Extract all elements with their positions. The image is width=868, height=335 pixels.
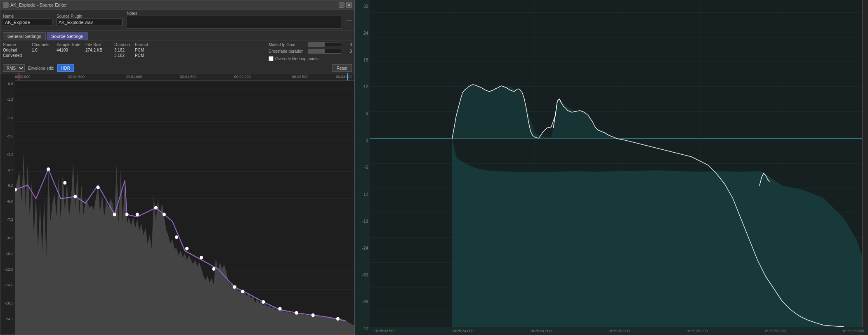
loudness-chart-panel: 30 24 18 12 6 0 -6 -12 -18 -24 -30 -36 -… (355, 0, 868, 335)
converted-duration: 3.182 (114, 53, 135, 58)
rms-select[interactable]: RMS (3, 64, 25, 72)
original-format: PCM (135, 47, 156, 53)
title-bar-buttons: ? ✕ (339, 2, 352, 8)
chart-y-neg30: -30 (355, 273, 370, 277)
time-5: 00:02.500 (292, 75, 308, 79)
header-source: Source (3, 42, 32, 47)
svg-point-30 (241, 290, 244, 293)
envelope-row: RMS Envelope edit: HDR Reset (0, 63, 354, 73)
crossfade-slider[interactable] (308, 49, 341, 54)
waveform-main[interactable]: 00:00.000 00:00.500 00:01.000 00:01.500 … (15, 73, 354, 335)
override-checkbox[interactable] (269, 56, 274, 61)
y-label-10: -10.1 (5, 252, 13, 256)
notes-field-group: Notes (127, 11, 342, 29)
plugin-input[interactable] (57, 19, 123, 26)
chart-x-5: 16:29:36.000 (764, 329, 786, 333)
svg-point-34 (311, 313, 315, 317)
app-icon (3, 2, 9, 8)
svg-point-33 (295, 311, 298, 315)
end-marker (347, 73, 348, 80)
header-duration: Duration (114, 42, 135, 47)
makeup-gain-row: Make-Up Gain 0 (269, 42, 352, 47)
chart-x-1: 16:29:34.000 (452, 329, 474, 333)
envelope-edit-label: Envelope edit: (28, 66, 54, 71)
y-label-5: -4.1 (7, 168, 13, 172)
y-label-14: -24.1 (5, 317, 13, 321)
svg-point-27 (200, 256, 203, 260)
notes-label: Notes (127, 11, 342, 16)
svg-point-28 (212, 267, 215, 271)
original-filesize: 274.2 KB (85, 47, 114, 53)
chart-y-neg42: -42 (355, 326, 370, 331)
header-filesize: File Size (85, 42, 114, 47)
original-channels: 1.0 (32, 47, 57, 53)
makeup-gain-fill (309, 42, 325, 47)
source-plugin-row: Name Source Plugin Notes (0, 9, 354, 31)
svg-point-18 (73, 195, 77, 198)
notes-textarea[interactable] (127, 16, 342, 29)
original-duration: 3.182 (114, 47, 135, 53)
header-format: Format (135, 42, 156, 47)
svg-point-24 (163, 213, 166, 217)
chart-y-6: 6 (355, 111, 370, 116)
chart-x-3: 16:29:35.000 (608, 329, 630, 333)
chart-y-24: 24 (355, 31, 370, 35)
hdr-button[interactable]: HDR (57, 64, 74, 72)
window-title: AK_Explode - Source Editor (10, 2, 67, 7)
waveform-svg (15, 81, 354, 335)
svg-point-22 (136, 213, 139, 217)
chart-area (370, 0, 868, 327)
name-field-group: Name (3, 14, 52, 26)
plugin-field-group: Source Plugin (57, 14, 123, 26)
svg-point-19 (96, 186, 99, 189)
converted-samplerate: - (57, 53, 85, 58)
svg-point-25 (175, 235, 178, 239)
chart-y-18: 18 (355, 58, 370, 62)
override-label: Override file loop points (275, 57, 318, 61)
source-info-row: Source Channels Sample Rate File Size Du… (0, 40, 354, 63)
right-scrollbar[interactable] (862, 0, 868, 327)
svg-point-17 (63, 181, 66, 185)
source-editor-panel: AK_Explode - Source Editor ? ✕ Name Sour… (0, 0, 355, 335)
crossfade-label: Crossfade duration (269, 49, 306, 54)
waveform-canvas[interactable] (15, 81, 354, 335)
svg-point-20 (113, 213, 116, 217)
info-row-original: Original 1.0 44100 274.2 KB 3.182 PCM (3, 47, 260, 53)
y-label-2: -1.8 (7, 116, 13, 120)
tab-general-settings[interactable]: General Settings (3, 32, 46, 40)
chart-y-30: 30 (355, 4, 370, 9)
svg-point-31 (262, 300, 265, 304)
reset-button[interactable]: Reset (332, 64, 352, 72)
override-checkbox-row: Override file loop points (269, 56, 352, 61)
tab-source-settings[interactable]: Source Settings (47, 32, 88, 40)
source-info-table: Source Channels Sample Rate File Size Du… (3, 42, 260, 58)
converted-format: PCM (135, 53, 156, 58)
y-label-12: -14.5 (5, 283, 13, 287)
crossfade-duration-row: Crossfade duration 0 (269, 49, 352, 54)
time-2: 00:01.000 (126, 75, 142, 79)
y-label-7: -6.0 (7, 199, 13, 203)
makeup-gain-slider[interactable] (308, 42, 341, 47)
time-6: 00:03.000 (336, 75, 352, 79)
chart-x-4: 16:29:35.500 (686, 329, 708, 333)
chart-y-neg36: -36 (355, 300, 370, 304)
converted-source: Converted (3, 53, 32, 58)
chart-y-12: 12 (355, 85, 370, 89)
help-button[interactable]: ? (339, 2, 344, 8)
name-input[interactable] (3, 19, 52, 26)
gain-section: Make-Up Gain 0 Crossfade duration 0 Over… (269, 42, 352, 61)
y-label-9: -8.5 (7, 236, 13, 240)
converted-filesize: - (85, 53, 114, 58)
close-button[interactable]: ✕ (346, 2, 352, 8)
chart-y-neg6: -6 (355, 165, 370, 170)
header-samplerate: Sample Rate (57, 42, 85, 47)
makeup-gain-value: 0 (344, 42, 352, 47)
y-label-1: -1.2 (7, 97, 13, 101)
notes-scrollbar[interactable] (346, 20, 352, 21)
playhead-marker (19, 73, 19, 80)
svg-point-26 (185, 247, 189, 250)
original-samplerate: 44100 (57, 47, 85, 53)
chart-y-neg24: -24 (355, 246, 370, 250)
title-bar: AK_Explode - Source Editor ? ✕ (0, 0, 354, 9)
name-label: Name (3, 14, 52, 19)
